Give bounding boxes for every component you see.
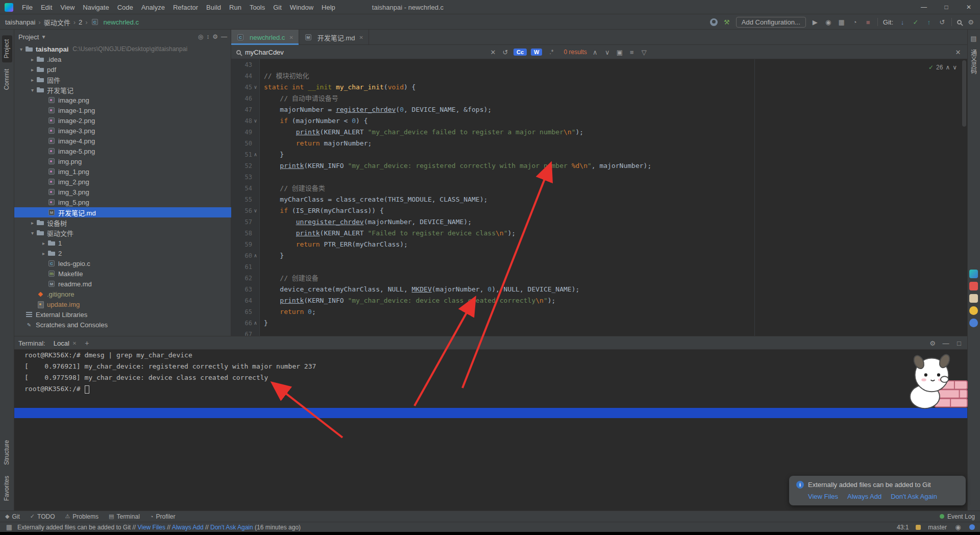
search-history-icon[interactable]: ↺	[501, 48, 509, 56]
terminal-settings-gear-icon[interactable]: ⚙	[928, 339, 937, 347]
fold-icon[interactable]: ∧	[252, 149, 259, 160]
code-line[interactable]: 66∧}	[231, 318, 967, 329]
code-line[interactable]: 50 return majorNumber;	[231, 138, 967, 149]
tree-node[interactable]: External Libraries	[14, 309, 231, 320]
code-line[interactable]: 55 myCharClass = class_create(THIS_MODUL…	[231, 194, 967, 205]
plugin-icon-3[interactable]	[969, 294, 978, 303]
tree-node[interactable]: image.png	[14, 95, 231, 105]
fold-icon[interactable]: ∨	[252, 115, 259, 127]
debug-icon[interactable]: ◉	[824, 18, 832, 26]
code-line[interactable]: 51∧ }	[231, 149, 967, 160]
tool-strip-tab[interactable]: Commit	[2, 65, 12, 94]
tree-node[interactable]: .gitignore	[14, 289, 231, 299]
menu-item[interactable]: Navigate	[79, 0, 113, 14]
locate-file-icon[interactable]: ◎	[198, 33, 203, 40]
tree-node[interactable]: ▾taishanpaiC:\Users\QINGJUE\Desktop\git\…	[14, 44, 231, 54]
minimize-icon[interactable]: —	[913, 0, 935, 14]
tree-node[interactable]: leds-gpio.c	[14, 258, 231, 269]
fold-icon[interactable]: ∧	[252, 250, 259, 261]
next-problem-icon[interactable]: ∨	[952, 62, 957, 73]
minimize-terminal-icon[interactable]: —	[942, 339, 950, 347]
filter-options-icon[interactable]: ≡	[628, 48, 636, 56]
code-editor[interactable]: 4344// 模块初始化45∨static int __init my_char…	[231, 59, 967, 336]
database-icon[interactable]: ▤	[967, 35, 980, 42]
menu-item[interactable]: Edit	[37, 0, 56, 14]
terminal-tab-local[interactable]: Local ✕	[51, 336, 80, 350]
tree-node[interactable]: image-2.png	[14, 115, 231, 126]
tree-node[interactable]: ▸2	[14, 248, 231, 258]
search-input[interactable]: myCharCdev	[245, 48, 485, 56]
clear-search-icon[interactable]: ✕	[489, 48, 497, 56]
code-line[interactable]: 54 // 创建设备类	[231, 183, 967, 194]
git-history-icon[interactable]: ↺	[938, 18, 946, 26]
close-icon[interactable]: ✕	[958, 0, 980, 14]
menu-item[interactable]: Build	[202, 0, 225, 14]
git-branch-label[interactable]: master	[928, 524, 947, 531]
tree-node[interactable]: ▸pdf	[14, 64, 231, 75]
tool-strip-tab[interactable]: Structure	[2, 436, 12, 469]
chevron-right-icon[interactable]: ▸	[40, 240, 47, 246]
menu-item[interactable]: Refactor	[169, 0, 202, 14]
code-line[interactable]: 47 majorNumber = register_chrdev(0, DEVI…	[231, 104, 967, 115]
tree-node[interactable]: ▾驱动文件	[14, 228, 231, 238]
tool-window-switcher-icon[interactable]: ▦	[5, 523, 13, 531]
close-terminal-tab-icon[interactable]: ✕	[72, 341, 77, 346]
menu-item[interactable]: Analyze	[137, 0, 169, 14]
code-line[interactable]: 46 // 自动申请设备号	[231, 93, 967, 104]
menu-item[interactable]: Help	[317, 0, 339, 14]
code-line[interactable]: 53	[231, 172, 967, 183]
tree-node[interactable]: image-5.png	[14, 146, 231, 156]
chevron-right-icon[interactable]: ▸	[40, 251, 47, 256]
code-line[interactable]: 43	[231, 59, 967, 70]
menu-item[interactable]: View	[56, 0, 79, 14]
menu-item[interactable]: Tools	[246, 0, 269, 14]
code-line[interactable]: 48∨ if (majorNumber < 0) {	[231, 115, 967, 127]
chevron-right-icon[interactable]: ▸	[29, 67, 36, 72]
menu-item[interactable]: Code	[113, 0, 137, 14]
code-line[interactable]: 60∧ }	[231, 250, 967, 261]
code-line[interactable]: 61	[231, 261, 967, 273]
search-filter-funnel-icon[interactable]: ▽	[640, 48, 648, 56]
toolwindow-button-git[interactable]: ◆Git	[5, 513, 20, 520]
chevron-right-icon[interactable]: ▸	[29, 77, 36, 83]
settings-gear-icon[interactable]: ⚙	[967, 18, 975, 26]
tree-node[interactable]: img_3.png	[14, 187, 231, 197]
tree-node[interactable]: Scratches and Consoles	[14, 320, 231, 330]
menu-item[interactable]: Git	[269, 0, 286, 14]
toolwindow-button-terminal[interactable]: ▤Terminal	[109, 513, 140, 520]
build-hammer-icon[interactable]: ⚒	[723, 18, 731, 26]
fold-icon[interactable]: ∨	[252, 205, 259, 216]
menu-item[interactable]: File	[18, 0, 37, 14]
notification-action-link[interactable]: View Files	[808, 493, 838, 500]
code-line[interactable]: 49 printk(KERN_ALERT "my_char_device fai…	[231, 127, 967, 138]
toolwindow-button-todo[interactable]: ✓TODO	[30, 513, 55, 520]
close-tab-icon[interactable]: ✕	[289, 35, 293, 40]
chevron-down-icon[interactable]: ▾	[29, 87, 36, 93]
close-tab-icon[interactable]: ✕	[359, 35, 363, 40]
git-push-icon[interactable]: ↑	[925, 18, 933, 26]
code-line[interactable]: 63 device_create(myCharClass, NULL, MKDE…	[231, 284, 967, 295]
editor-tab[interactable]: newchrled.c✕	[231, 30, 299, 45]
status-action-link[interactable]: View Files	[137, 524, 165, 531]
tree-node[interactable]: ▸设备树	[14, 217, 231, 228]
caret-position[interactable]: 43:1	[897, 524, 909, 531]
fold-icon[interactable]: ∨	[252, 82, 259, 93]
add-configuration-button[interactable]: Add Configuration...	[736, 17, 806, 28]
maximize-icon[interactable]: □	[935, 0, 958, 14]
previous-occurrence-icon[interactable]: ∧	[591, 48, 599, 56]
git-commit-icon[interactable]: ✓	[912, 18, 920, 26]
select-all-occurrences-icon[interactable]: ▣	[616, 48, 624, 56]
chevron-down-icon[interactable]: ▾	[42, 33, 45, 40]
tree-node[interactable]: ▸1	[14, 238, 231, 248]
expand-collapse-icon[interactable]: ↕	[206, 33, 209, 40]
tree-node[interactable]: img_1.png	[14, 166, 231, 177]
chevron-right-icon[interactable]: ▸	[29, 57, 36, 62]
code-line[interactable]: 65 return 0;	[231, 306, 967, 318]
git-update-icon[interactable]: ↓	[898, 18, 906, 26]
right-tool-tab[interactable]: 通义灵码	[969, 46, 979, 77]
chevron-down-icon[interactable]: ▾	[17, 46, 25, 52]
menu-item[interactable]: Window	[286, 0, 317, 14]
tree-node[interactable]: ▸.idea	[14, 54, 231, 64]
fold-icon[interactable]: ∧	[252, 318, 259, 329]
whole-words-toggle[interactable]: W	[531, 48, 542, 56]
